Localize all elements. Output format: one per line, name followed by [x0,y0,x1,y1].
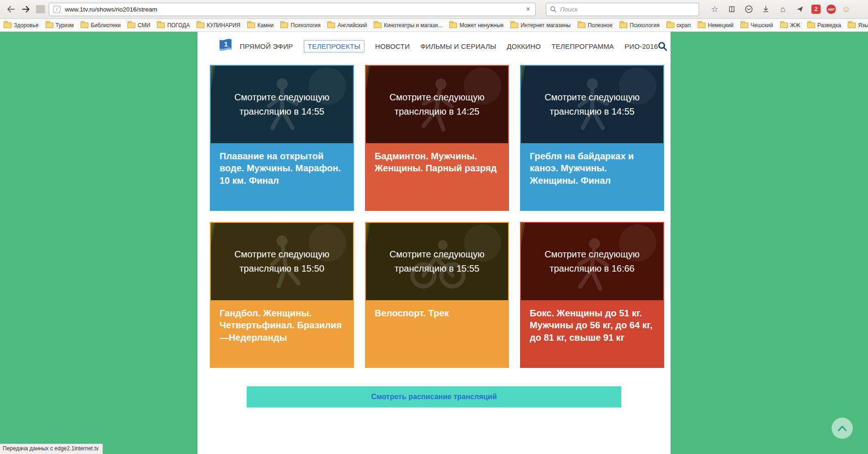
broadcast-card[interactable]: Смотрите следующую трансляцию в 16:66 Бо… [520,222,664,368]
nav-item-tv-schedule[interactable]: ТЕЛЕПРОГРАММА [551,42,614,50]
schedule-button[interactable]: Смотреть расписание трансляций [247,386,621,407]
folder-icon [807,23,815,28]
bookmark-label: Английский [337,22,367,29]
bookmark-item[interactable]: КУЛИНАРИЯ [197,22,240,29]
broadcast-card[interactable]: Смотрите следующую трансляцию в 15:50 Га… [210,222,354,368]
bookmark-label: ПОГОДА [167,22,190,29]
downloads-icon[interactable] [760,4,771,15]
card-announce: Смотрите следующую трансляцию в 16:66 [530,247,655,276]
card-announce: Смотрите следующую трансляцию в 14:55 [220,90,345,119]
bookmark-item[interactable]: Кинотеатры и магази... [374,22,442,29]
svg-text:1: 1 [224,40,228,48]
card-announce-area: Смотрите следующую трансляцию в 14:55 [211,66,353,143]
bookmark-label: Библиотеки [91,22,121,29]
bookmark-item[interactable]: Туризм [46,22,74,29]
broadcast-card[interactable]: Смотрите следующую трансляцию в 14:25 Ба… [365,65,509,211]
card-announce-area: Смотрите следующую трансляцию в 15:50 [211,223,353,300]
url-input[interactable] [64,6,521,13]
bookmark-item[interactable]: Здоровье [4,22,39,29]
browser-search-input[interactable] [559,6,695,13]
card-title-area: Бокс. Женщины до 51 кг. Мужчины до 56 кг… [521,300,663,367]
nav-item-rio2016[interactable]: РИО-2016 [625,42,658,50]
bookmark-item[interactable]: Английский [327,22,367,29]
forward-button[interactable] [20,3,32,15]
page-background: 1 ПРЯМОЙ ЭФИР ТЕЛЕПРОЕКТЫ НОВОСТИ ФИЛЬМЫ… [0,32,868,454]
bookmark-label: скрап [677,22,691,29]
card-title-area: Плавание на открытой воде. Мужчины. Мара… [211,143,353,210]
bookmark-star-icon[interactable]: ☆ [709,4,720,15]
back-button[interactable] [5,3,17,15]
bookmark-item[interactable]: СМИ [127,22,150,29]
bookmark-label: Языки разные [858,22,868,29]
card-announce: Смотрите следующую трансляцию в 14:55 [530,90,655,119]
broadcast-card[interactable]: Смотрите следующую трансляцию в 14:55 Пл… [210,65,354,211]
folder-icon [81,23,88,28]
site-header: 1 ПРЯМОЙ ЭФИР ТЕЛЕПРОЕКТЫ НОВОСТИ ФИЛЬМЫ… [197,32,671,57]
bookmark-label: Камни [257,22,273,29]
stop-button[interactable]: × [525,5,532,13]
toolbar-icons: ☆ ⌂ 2 ABP ☺ [709,4,851,15]
send-icon[interactable] [794,4,805,15]
bookmark-label: СМИ [138,22,150,29]
card-title-area: Велоспорт. Трек [366,300,508,367]
schedule-button-row: Смотреть расписание трансляций [197,368,671,407]
folder-icon [780,23,788,28]
card-title: Бадминтон. Мужчины. Женщины. Парный разр… [375,150,499,175]
bookmark-item[interactable]: Библиотеки [81,22,121,29]
channel-one-logo-icon: 1 [219,39,232,53]
bookmark-item[interactable]: Разведка [807,22,841,29]
bookmark-item[interactable]: Полезное [578,22,613,29]
book-icon [728,6,735,13]
card-announce-area: Смотрите следующую трансляцию в 14:55 [521,66,663,143]
library-icon[interactable] [726,4,737,15]
card-announce: Смотрите следующую трансляцию в 15:55 [375,247,500,276]
bookmark-item[interactable]: ПОГОДА [157,22,190,29]
info-icon[interactable] [53,6,61,13]
card-announce: Смотрите следующую трансляцию в 14:25 [375,90,500,119]
nav-item-dockino[interactable]: ДОККИНО [507,42,541,50]
scroll-top-button[interactable] [832,418,853,439]
pocket-icon[interactable] [743,4,754,15]
bookmark-label: Полезное [588,22,613,29]
nav-item-news[interactable]: НОВОСТИ [375,42,410,50]
bookmark-item[interactable]: Камни [247,22,273,29]
card-title: Гребля на байдарках и каноэ. Мужчины. Же… [530,150,654,186]
history-dropdown-icon[interactable] [36,5,45,13]
home-icon[interactable]: ⌂ [777,4,788,15]
channel-one-logo[interactable]: 1 [219,39,232,53]
folder-icon [619,23,627,28]
folder-icon [280,23,288,28]
folder-icon [127,23,135,28]
browser-search-bar[interactable] [546,3,699,16]
folder-icon [4,23,12,28]
folder-icon [374,23,382,28]
bookmark-item[interactable]: Психология [619,22,660,29]
folder-icon [247,23,255,28]
folder-icon [510,23,518,28]
extension-badge[interactable]: 2 [811,5,821,14]
url-bar[interactable]: × [49,3,536,16]
smiley-icon[interactable]: ☺ [842,4,851,14]
bookmark-label: Чешский [751,22,773,29]
broadcast-card[interactable]: Смотрите следующую трансляцию в 14:55 Гр… [520,65,664,211]
site-search-button[interactable] [658,41,667,51]
bookmark-label: Кинотеатры и магази... [384,22,442,29]
bookmark-item[interactable]: ЖЖ [780,22,800,29]
nav-item-teleprojects[interactable]: ТЕЛЕПРОЕКТЫ [304,40,365,52]
bookmark-item[interactable]: скрап [666,22,691,29]
nav-item-live[interactable]: ПРЯМОЙ ЭФИР [240,42,293,50]
folder-icon [157,23,165,28]
card-announce-area: Смотрите следующую трансляцию в 16:66 [521,223,663,300]
bookmark-item[interactable]: Психология [280,22,320,29]
bookmark-item[interactable]: Интернет магазины [510,22,571,29]
bookmark-item[interactable]: Может ненужные [449,22,503,29]
browser-toolbar: × ☆ ⌂ 2 ABP ☺ [0,0,868,19]
bookmark-label: Немецкий [708,22,734,29]
bookmark-item[interactable]: Языки разные [848,22,868,29]
bookmark-item[interactable]: Чешский [741,22,773,29]
broadcast-card[interactable]: Смотрите следующую трансляцию в 15:55 Ве… [365,222,509,368]
nav-item-films-series[interactable]: ФИЛЬМЫ И СЕРИАЛЫ [420,42,496,50]
adblock-badge[interactable]: ABP [827,5,836,14]
card-title-area: Бадминтон. Мужчины. Женщины. Парный разр… [366,143,508,210]
bookmark-item[interactable]: Немецкий [698,22,734,29]
